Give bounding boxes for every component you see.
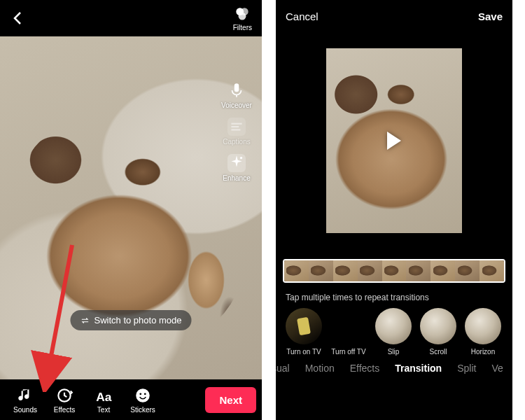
tab-vertical[interactable]: Ve [491,363,503,374]
next-button[interactable]: Next [205,387,256,413]
smiley-icon [134,386,152,405]
tab-transition[interactable]: Transition [395,363,442,374]
sounds-button[interactable]: Sounds [6,386,45,414]
transition-label: Horizon [471,348,495,356]
svg-text:Aa: Aa [96,389,112,403]
captions-button[interactable]: Captions [223,118,250,146]
svg-point-2 [239,12,246,20]
video-preview[interactable] [326,36,462,246]
timeline-frame [284,260,309,281]
transition-options: Turn on TV Turn off TV Slip Scroll Horiz… [276,308,512,356]
filters-icon [233,6,251,24]
svg-point-14 [136,388,150,402]
timeline-frame [382,260,407,281]
side-toolbar: Voiceover Captions Enhance [216,81,258,182]
timeline-frame [455,260,479,281]
filters-button[interactable]: Filters [233,6,252,31]
timeline-frame [406,260,430,281]
sounds-label: Sounds [13,406,37,414]
transition-horizon[interactable]: Horizon [463,308,503,356]
timeline-frame [309,260,333,281]
transition-label: Turn off TV [331,348,365,356]
preview-area [276,32,512,249]
transition-thumb [375,308,412,344]
svg-point-15 [139,393,141,395]
play-icon [387,132,401,150]
swap-icon [80,316,90,326]
timeline-frame [358,260,382,281]
video-preview[interactable]: Voiceover Captions Enhance Switch to pho… [0,36,262,379]
timeline[interactable] [283,259,505,283]
timeline-frame [479,260,504,281]
tab-split[interactable]: Split [457,363,476,374]
music-note-icon [16,386,34,405]
timeline-frame [430,260,455,281]
enhance-icon [227,154,246,172]
captions-label: Captions [223,138,250,146]
stickers-label: Stickers [130,406,155,414]
svg-rect-3 [234,83,239,92]
clock-icon [55,386,74,405]
tab-motion[interactable]: Motion [305,363,335,374]
editor-screen: Filters Voiceover Captions Enhance [0,0,262,420]
tab-effects[interactable]: Effects [350,363,380,374]
save-button[interactable]: Save [478,10,503,22]
back-button[interactable] [10,10,27,27]
transition-turn-off-tv[interactable]: Turn off TV [329,308,368,356]
text-button[interactable]: Aa Text [84,386,123,414]
enhance-label: Enhance [223,174,250,182]
enhance-button[interactable]: Enhance [223,154,250,182]
transition-label: Turn on TV [286,348,321,356]
top-bar: Filters [0,0,262,36]
svg-point-9 [240,156,242,158]
text-icon: Aa [94,386,113,405]
voiceover-button[interactable]: Voiceover [221,81,252,109]
hint-text: Tap multiple times to repeat transitions [276,283,512,308]
effects-button[interactable]: Effects [45,386,84,414]
transitions-screen: Cancel Save Tap multiple times to repeat… [276,0,512,420]
switch-label: Switch to photo mode [94,315,181,326]
chevron-left-icon [10,10,27,27]
top-bar: Cancel Save [276,0,512,32]
tab-visual[interactable]: sual [276,363,290,374]
svg-point-16 [144,393,146,395]
stickers-button[interactable]: Stickers [123,386,162,414]
transition-label: Scroll [429,348,447,356]
effects-label: Effects [54,406,75,414]
cancel-button[interactable]: Cancel [286,10,318,22]
transition-thumb [465,308,501,344]
voiceover-label: Voiceover [221,102,252,109]
microphone-icon [227,81,246,99]
switch-photo-mode-button[interactable]: Switch to photo mode [70,310,191,330]
transition-label: Slip [388,348,400,356]
transition-turn-on-tv[interactable]: Turn on TV [284,308,323,356]
transition-scroll[interactable]: Scroll [419,308,458,356]
transition-slip[interactable]: Slip [374,308,413,356]
bottom-toolbar: Sounds Effects Aa Text Stickers Next [0,379,262,420]
captions-icon [227,118,246,136]
timeline-frame [333,260,358,281]
category-tabs: sual Motion Effects Transition Split Ve [276,356,512,374]
transition-thumb [420,308,456,344]
transition-thumb [286,308,322,344]
filters-label: Filters [233,24,252,31]
text-label: Text [97,406,110,414]
transition-thumb [330,308,367,344]
